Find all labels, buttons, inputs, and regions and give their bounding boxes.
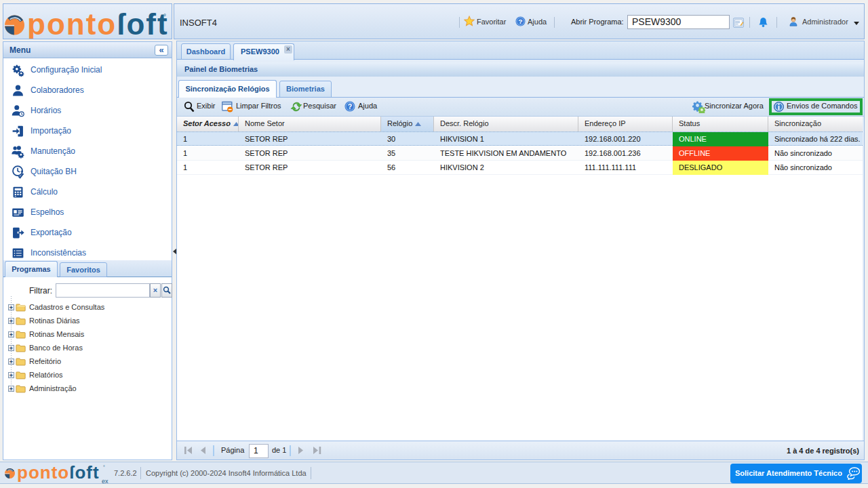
svg-text:pontoſoft: pontoſoft xyxy=(27,7,169,39)
svg-text:pontoſoft: pontoſoft xyxy=(17,462,100,483)
svg-text:?: ? xyxy=(348,102,352,110)
svg-text:?: ? xyxy=(518,18,522,25)
svg-text:°: ° xyxy=(103,465,105,470)
svg-text:ex: ex xyxy=(102,478,108,485)
svg-text:°: ° xyxy=(163,13,166,20)
